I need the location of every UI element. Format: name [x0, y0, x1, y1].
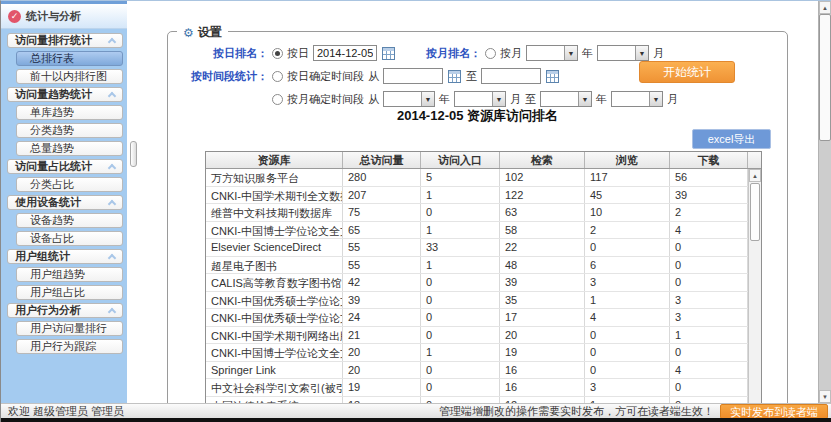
month-rank-year-select[interactable]: ▼ — [526, 45, 578, 61]
sidebar-item[interactable]: 分类占比 — [16, 177, 123, 192]
scroll-up-icon[interactable]: ▲ — [819, 1, 831, 14]
period-from-month-select[interactable]: ▼ — [454, 91, 506, 107]
table-row[interactable]: CNKI-中国学术期刊网络出版总库2102001 — [206, 327, 748, 345]
table-row[interactable]: CNKI-中国学术期刊全文数据库20711224539 — [206, 187, 748, 205]
value-cell: 16 — [500, 379, 585, 396]
period-daily-row: 按时间段统计： 按日确定时间段 从 至 — [180, 67, 560, 85]
chevron-down-icon: ▼ — [421, 92, 434, 106]
sidebar-item[interactable]: 用户组趋势 — [16, 267, 123, 282]
monthly-radio-label: 按月 — [500, 46, 522, 61]
value-cell: 3 — [670, 309, 748, 326]
value-cell: 63 — [500, 204, 585, 221]
value-cell: 20 — [343, 344, 421, 361]
month-suffix: 月 — [653, 46, 664, 61]
value-cell: 24 — [343, 309, 421, 326]
table-row[interactable]: CNKI-中国博士学位论文全文库2011900 — [206, 344, 748, 362]
period-to-month-select[interactable]: ▼ — [611, 91, 663, 107]
sidebar-section-header[interactable]: 用户组统计 — [7, 249, 123, 264]
status-bar: 欢迎 超级管理员 管理员 管理端增删改的操作需要实时发布，方可在读者端生效！ 实… — [1, 403, 831, 418]
month-suffix: 月 — [667, 92, 678, 107]
value-cell: 39 — [670, 187, 748, 204]
calendar-icon[interactable] — [447, 69, 462, 84]
value-cell: 56 — [670, 169, 748, 186]
sidebar-item[interactable]: 用户组占比 — [16, 285, 123, 300]
table-scrollbar-thumb[interactable] — [750, 183, 760, 241]
monthly-radio[interactable] — [485, 48, 496, 59]
resource-name-cell: Elsevier ScienceDirect — [206, 239, 343, 256]
table-row[interactable]: Springer Link2001604 — [206, 362, 748, 380]
page-scrollbar[interactable]: ▲ ▼ — [818, 1, 831, 403]
value-cell: 0 — [421, 379, 500, 396]
publish-button[interactable]: 实时发布到读者端 — [720, 404, 828, 419]
value-cell: 33 — [421, 239, 500, 256]
value-cell: 117 — [585, 169, 670, 186]
calendar-icon[interactable] — [545, 69, 560, 84]
period-to-date-input[interactable] — [481, 68, 541, 84]
table-row[interactable]: 中文社会科学引文索引(被引文献)1901630 — [206, 379, 748, 397]
value-cell: 0 — [421, 309, 500, 326]
sidebar-item[interactable]: 用户行为跟踪 — [16, 339, 123, 354]
sidebar-item[interactable]: 用户访问量排行 — [16, 321, 123, 336]
sidebar-section-header[interactable]: 使用设备统计 — [7, 195, 123, 210]
sidebar-section-header[interactable]: 访问量占比统计 — [7, 159, 123, 174]
value-cell: 0 — [670, 257, 748, 274]
table-scrollbar[interactable]: ▲ — [748, 169, 761, 403]
value-cell: 35 — [500, 292, 585, 309]
sidebar-splitter-handle[interactable] — [130, 141, 137, 167]
sidebar-item[interactable]: 设备趋势 — [16, 213, 123, 228]
period-monthly-radio[interactable] — [272, 94, 283, 105]
resource-name-cell: 中文社会科学引文索引(被引文献) — [206, 379, 343, 396]
year-suffix: 年 — [582, 46, 593, 61]
period-daily-radio[interactable] — [272, 71, 283, 82]
scroll-up-icon[interactable]: ▲ — [749, 169, 761, 182]
period-to-year-select[interactable]: ▼ — [540, 91, 592, 107]
value-cell: 280 — [343, 169, 421, 186]
sidebar-section-header[interactable]: 用户行为分析 — [7, 303, 123, 318]
period-monthly-row: 按月确定时间段 从 ▼ 年 ▼ 月 至 ▼ 年 ▼ 月 — [180, 90, 678, 108]
settings-panel: 按日排名： 按日 按月排名： 按月 ▼ 年 ▼ 月 按时间段统计： 按日确定时间… — [167, 31, 788, 422]
sidebar-item[interactable]: 分类趋势 — [16, 123, 123, 138]
table-row[interactable]: CNKI-中国优秀硕士学位论文全文数3903513 — [206, 292, 748, 310]
value-cell: 17 — [500, 309, 585, 326]
table-row[interactable]: 万方知识服务平台280510211756 — [206, 169, 748, 187]
chevron-down-icon: ▼ — [578, 92, 591, 106]
sidebar-section-header[interactable]: 访问量趋势统计 — [7, 87, 123, 102]
table-row[interactable]: CALIS高等教育数字图书馆4203930 — [206, 274, 748, 292]
period-from-year-select[interactable]: ▼ — [383, 91, 435, 107]
value-cell: 16 — [500, 362, 585, 379]
page-scrollbar-thumb[interactable] — [819, 14, 831, 141]
app-title: 统计与分析 — [26, 9, 81, 24]
daily-radio-label: 按日 — [287, 46, 309, 61]
sidebar-item[interactable]: 设备占比 — [16, 231, 123, 246]
table-row[interactable]: 超星电子图书5514860 — [206, 257, 748, 275]
value-cell: 0 — [421, 204, 500, 221]
value-cell: 1 — [421, 187, 500, 204]
daily-rank-row: 按日排名： 按日 按月排名： 按月 ▼ 年 ▼ 月 — [180, 44, 664, 62]
value-cell: 122 — [500, 187, 585, 204]
daily-date-input[interactable] — [313, 45, 377, 61]
calendar-icon[interactable] — [381, 46, 396, 61]
sidebar-section-header[interactable]: 访问量排行统计 — [7, 33, 123, 48]
value-cell: 4 — [670, 362, 748, 379]
excel-export-button[interactable]: excel导出 — [692, 129, 771, 149]
scroll-down-icon[interactable]: ▼ — [819, 390, 831, 403]
table-row[interactable]: Elsevier ScienceDirect55332200 — [206, 239, 748, 257]
sidebar-item[interactable]: 总排行表 — [16, 51, 123, 66]
value-cell: 0 — [585, 239, 670, 256]
month-rank-month-select[interactable]: ▼ — [597, 45, 649, 61]
sidebar-item[interactable]: 前十以内排行图 — [16, 69, 123, 84]
period-from-date-input[interactable] — [383, 68, 443, 84]
sidebar-section-label: 访问量趋势统计 — [15, 87, 92, 102]
value-cell: 1 — [421, 257, 500, 274]
table-row[interactable]: 维普中文科技期刊数据库75063102 — [206, 204, 748, 222]
value-cell: 2 — [670, 204, 748, 221]
resource-name-cell: CNKI-中国优秀硕士学位论文全文数 — [206, 292, 343, 309]
chevron-up-icon — [108, 38, 116, 46]
table-row[interactable]: CNKI-中国博士学位论文全文数据库6515824 — [206, 222, 748, 240]
sidebar-item[interactable]: 总量趋势 — [16, 141, 123, 156]
chevron-up-icon — [108, 254, 116, 262]
table-row[interactable]: CNKI-中国优秀硕士学位论文全文库2401743 — [206, 309, 748, 327]
sidebar-item[interactable]: 单库趋势 — [16, 105, 123, 120]
daily-radio[interactable] — [272, 48, 283, 59]
start-statistics-button[interactable]: 开始统计 — [639, 61, 735, 83]
